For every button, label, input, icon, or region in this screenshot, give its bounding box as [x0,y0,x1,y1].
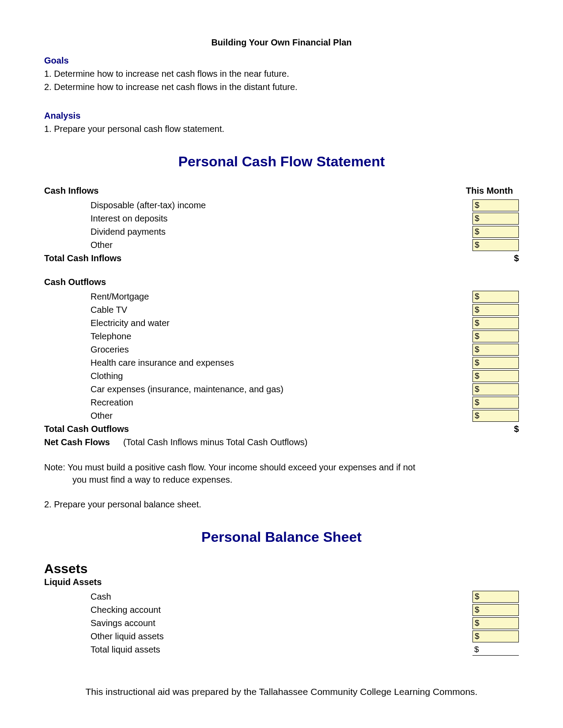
table-row: Cable TV $ [44,303,519,316]
table-row: Rent/Mortgage $ [44,290,519,303]
outflow-label: Car expenses (insurance, maintenance, an… [91,383,472,396]
outflow-label: Electricity and water [91,316,472,330]
outflow-label: Telephone [91,330,472,343]
input-cell[interactable]: $ [472,357,519,369]
goal-item: 1. Determine how to increase net cash fl… [44,68,519,80]
cash-inflows-table: Cash Inflows This Month Disposable (afte… [44,186,519,265]
cash-inflows-header: Cash Inflows [44,186,466,196]
table-row: Clothing $ [44,369,519,383]
table-row: Car expenses (insurance, maintenance, an… [44,383,519,396]
balance-sheet-title: Personal Balance Sheet [44,529,519,545]
total-liquid-label: Total liquid assets [91,643,472,656]
table-row: Savings account $ [44,616,519,630]
asset-label: Checking account [91,603,472,616]
total-cell: $ [514,251,519,265]
table-row: Cash $ [44,590,519,603]
total-cell: $ [514,422,519,435]
cash-outflows-table: Cash Outflows Rent/Mortgage $ Cable TV $… [44,277,519,449]
net-cash-flows-desc: (Total Cash Inflows minus Total Cash Out… [123,435,308,449]
table-row: Other $ [44,238,519,251]
input-cell[interactable]: $ [472,370,519,382]
liquid-assets-header: Liquid Assets [44,577,519,587]
cash-outflows-header: Cash Outflows [44,277,466,287]
table-row: Dividend payments $ [44,225,519,238]
input-cell[interactable]: $ [472,604,519,616]
inflow-label: Other [91,238,472,251]
net-cash-flows-label: Net Cash Flows [44,435,110,449]
table-row: Health care insurance and expenses $ [44,356,519,369]
table-row: Checking account $ [44,603,519,616]
table-row: Electricity and water $ [44,316,519,330]
total-inflows-row: Total Cash Inflows $ [44,251,519,265]
input-cell[interactable]: $ [472,410,519,422]
assets-header: Assets [44,561,519,576]
outflow-label: Health care insurance and expenses [91,356,472,369]
note-line: you must find a way to reduce expenses. [44,473,519,486]
total-outflows-row: Total Cash Outflows $ [44,422,519,435]
footer-text: This instructional aid was prepared by t… [0,687,563,697]
table-row: Total liquid assets $ [44,643,519,656]
table-row: Telephone $ [44,330,519,343]
input-cell[interactable]: $ [472,226,519,238]
input-cell[interactable]: $ [472,239,519,251]
analysis-item: 1. Prepare your personal cash flow state… [44,123,519,135]
cash-flow-title: Personal Cash Flow Statement [44,154,519,170]
input-cell[interactable]: $ [472,317,519,329]
table-row: Other liquid assets $ [44,630,519,643]
note-block: Note: You must build a positive cash flo… [44,461,519,486]
goals-header: Goals [44,56,519,66]
total-inflows-label: Total Cash Inflows [44,251,514,265]
outflow-label: Other [91,409,472,422]
input-cell[interactable]: $ [472,304,519,316]
analysis-header: Analysis [44,111,519,121]
inflow-label: Interest on deposits [91,212,472,225]
input-cell[interactable]: $ [472,591,519,603]
input-cell[interactable]: $ [472,344,519,356]
table-row: Groceries $ [44,343,519,356]
outflow-label: Groceries [91,343,472,356]
note-line: Note: You must build a positive cash flo… [44,461,519,473]
outflow-label: Recreation [91,396,472,409]
input-cell[interactable]: $ [472,213,519,225]
asset-label: Other liquid assets [91,630,472,643]
input-cell[interactable]: $ [472,397,519,409]
goal-item: 2. Determine how to increase net cash fl… [44,81,519,93]
input-cell[interactable]: $ [472,330,519,342]
outflow-label: Cable TV [91,303,472,316]
outflow-label: Clothing [91,369,472,383]
asset-label: Cash [91,590,472,603]
page-title: Building Your Own Financial Plan [44,38,519,48]
liquid-assets-table: Cash $ Checking account $ Savings accoun… [44,590,519,656]
table-row: Disposable (after-tax) income $ [44,199,519,212]
asset-label: Savings account [91,616,472,630]
step-2: 2. Prepare your personal balance sheet. [44,498,519,510]
total-cell: $ [472,644,519,656]
input-cell[interactable]: $ [472,617,519,629]
table-row: Other $ [44,409,519,422]
input-cell[interactable]: $ [472,383,519,395]
table-row: Interest on deposits $ [44,212,519,225]
this-month-header: This Month [466,186,519,196]
input-cell[interactable]: $ [472,630,519,642]
input-cell[interactable]: $ [472,291,519,303]
inflow-label: Dividend payments [91,225,472,238]
inflow-label: Disposable (after-tax) income [91,199,472,212]
net-cash-flows-row: Net Cash Flows (Total Cash Inflows minus… [44,435,519,449]
total-outflows-label: Total Cash Outflows [44,422,514,435]
outflow-label: Rent/Mortgage [91,290,472,303]
table-row: Recreation $ [44,396,519,409]
input-cell[interactable]: $ [472,199,519,211]
